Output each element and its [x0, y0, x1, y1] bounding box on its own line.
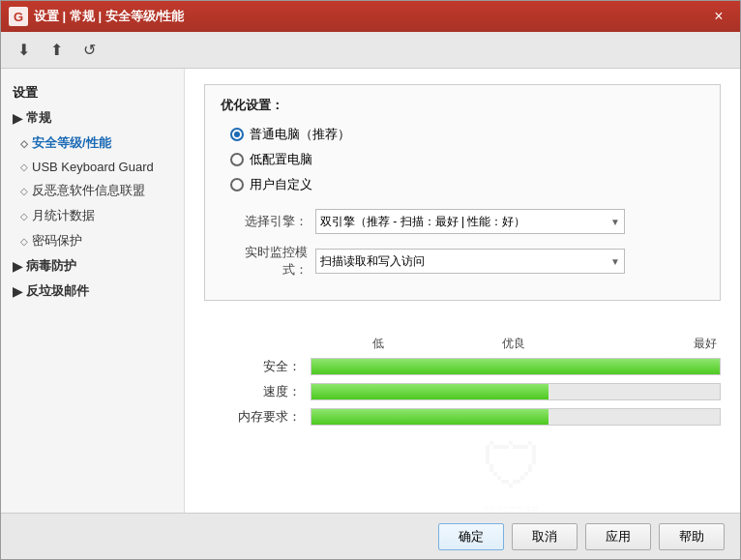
svg-text:G: G — [14, 10, 23, 24]
perf-bar-0 — [311, 359, 720, 374]
sidebar-antimalware-label: 反恶意软件信息联盟 — [32, 182, 145, 199]
radio-circle-0[interactable] — [230, 128, 244, 141]
arrow-icon-antimalware: ◇ — [20, 186, 28, 196]
cancel-button[interactable]: 取消 — [512, 523, 578, 550]
sidebar-general-label: 常规 — [26, 109, 51, 127]
sidebar-virus-label: 病毒防护 — [26, 257, 76, 275]
settings-box: 优化设置： 普通电脑（推荐） 低配置电脑 用户自定义 — [204, 84, 721, 301]
ok-button[interactable]: 确定 — [438, 523, 504, 550]
monitor-value: 扫描读取和写入访问 — [320, 253, 425, 270]
radio-label-1: 低配置电脑 — [250, 151, 312, 168]
perf-bar-2 — [311, 409, 548, 425]
perf-col-best: 最好 — [581, 336, 721, 352]
arrow-icon-spam: ▶ — [13, 284, 22, 299]
toolbar-btn-1[interactable]: ⬇ — [9, 37, 38, 64]
radio-item-1[interactable]: 低配置电脑 — [230, 151, 704, 168]
help-button[interactable]: 帮助 — [659, 523, 725, 550]
monitor-row: 实时监控模式： 扫描读取和写入访问 ▼ — [221, 244, 704, 279]
perf-row-1: 速度： — [204, 383, 721, 400]
perf-bar-container-2 — [311, 408, 721, 426]
sidebar-item-spam[interactable]: ▶ 反垃圾邮件 — [1, 279, 184, 304]
arrow-icon-virus: ▶ — [13, 259, 22, 274]
sidebar-item-password[interactable]: ◇ 密码保护 — [1, 228, 184, 253]
arrow-icon-security: ◇ — [20, 138, 28, 149]
perf-bar-container-1 — [311, 383, 721, 400]
engine-row: 选择引擎： 双引擎（推荐 - 扫描：最好 | 性能：好） ▼ — [221, 209, 704, 234]
close-button[interactable]: × — [705, 3, 732, 30]
radio-circle-1[interactable] — [230, 153, 244, 166]
monitor-select[interactable]: 扫描读取和写入访问 ▼ — [315, 249, 625, 274]
bottom-bar: 确定 取消 应用 帮助 — [1, 513, 740, 559]
sidebar-spam-label: 反垃圾邮件 — [26, 282, 89, 300]
sidebar-item-virus[interactable]: ▶ 病毒防护 — [1, 253, 184, 279]
sidebar-security-label: 安全等级/性能 — [32, 134, 111, 152]
sidebar-item-monthly[interactable]: ◇ 月统计数据 — [1, 203, 184, 228]
sidebar: 设置 ▶ 常规 ◇ 安全等级/性能 ◇ USB Keyboard Guard ◇… — [1, 69, 185, 513]
window-title: 设置 | 常规 | 安全等级/性能 — [34, 8, 705, 25]
main-panel-wrapper: 优化设置： 普通电脑（推荐） 低配置电脑 用户自定义 — [185, 69, 740, 513]
perf-row-0: 安全： — [204, 358, 721, 375]
perf-header: 低 优良 最好 — [204, 336, 721, 358]
sidebar-monthly-label: 月统计数据 — [32, 207, 95, 224]
monitor-label: 实时监控模式： — [221, 244, 308, 279]
perf-col-good: 优良 — [446, 336, 581, 352]
engine-select-arrow: ▼ — [610, 217, 620, 227]
perf-label-security: 安全： — [204, 358, 311, 375]
arrow-icon-password: ◇ — [20, 236, 28, 247]
sidebar-password-label: 密码保护 — [32, 232, 82, 250]
apply-button[interactable]: 应用 — [585, 523, 651, 550]
app-icon: G — [9, 7, 28, 26]
engine-value: 双引擎（推荐 - 扫描：最好 | 性能：好） — [320, 214, 525, 230]
radio-item-0[interactable]: 普通电脑（推荐） — [230, 126, 704, 143]
perf-bar-1 — [311, 384, 548, 399]
section-title: 优化设置： — [221, 97, 704, 114]
toolbar: ⬇ ⬆ ↺ — [1, 32, 740, 69]
main-panel: 优化设置： 普通电脑（推荐） 低配置电脑 用户自定义 — [185, 69, 740, 513]
arrow-icon-monthly: ◇ — [20, 211, 28, 221]
sidebar-item-antimalware[interactable]: ◇ 反恶意软件信息联盟 — [1, 178, 184, 203]
engine-label: 选择引擎： — [221, 213, 308, 230]
sidebar-usb-label: USB Keyboard Guard — [32, 160, 154, 174]
perf-bar-container-0 — [311, 358, 721, 375]
main-window: G 设置 | 常规 | 安全等级/性能 × ⬇ ⬆ ↺ 设置 ▶ 常规 ◇ 安全… — [0, 0, 741, 560]
radio-label-2: 用户自定义 — [250, 176, 312, 193]
perf-label-memory: 内存要求： — [204, 408, 311, 426]
performance-section: 低 优良 最好 安全： 速度： — [204, 336, 721, 426]
sidebar-item-usb[interactable]: ◇ USB Keyboard Guard — [1, 156, 184, 178]
engine-select[interactable]: 双引擎（推荐 - 扫描：最好 | 性能：好） ▼ — [315, 209, 625, 234]
radio-circle-2[interactable] — [230, 178, 244, 192]
sidebar-settings-label: 设置 — [1, 80, 184, 105]
arrow-icon: ▶ — [13, 111, 22, 126]
toolbar-btn-3[interactable]: ↺ — [74, 37, 104, 64]
content-area: 设置 ▶ 常规 ◇ 安全等级/性能 ◇ USB Keyboard Guard ◇… — [1, 69, 740, 513]
sidebar-item-general[interactable]: ▶ 常规 — [1, 105, 184, 131]
radio-group: 普通电脑（推荐） 低配置电脑 用户自定义 — [221, 126, 704, 193]
radio-item-2[interactable]: 用户自定义 — [230, 176, 704, 193]
sidebar-item-security[interactable]: ◇ 安全等级/性能 — [1, 131, 184, 156]
radio-label-0: 普通电脑（推荐） — [250, 126, 350, 143]
watermark-icon: 🛡 — [482, 430, 544, 502]
toolbar-btn-2[interactable]: ⬆ — [42, 37, 71, 64]
monitor-select-arrow: ▼ — [610, 256, 620, 267]
perf-col-low: 低 — [311, 336, 446, 352]
title-bar: G 设置 | 常规 | 安全等级/性能 × — [1, 1, 740, 32]
perf-label-speed: 速度： — [204, 383, 311, 400]
perf-row-2: 内存要求： — [204, 408, 721, 426]
arrow-icon-usb: ◇ — [20, 162, 28, 172]
watermark-text: 安下载 — [482, 502, 544, 514]
